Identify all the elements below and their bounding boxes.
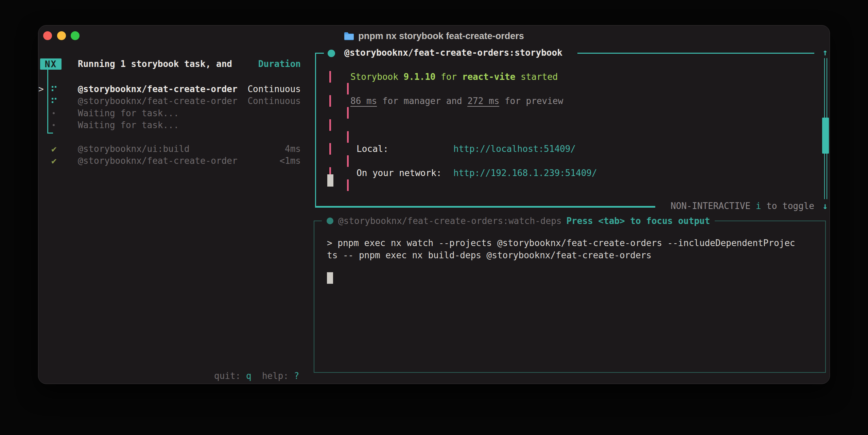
waiting-dot-icon xyxy=(53,124,55,126)
spinner-icon xyxy=(51,85,57,93)
focus-output-hint: Press <tab> to focus output xyxy=(566,215,710,227)
completed-task-row[interactable]: ✔ @storybooknx/ui:build 4ms xyxy=(38,143,301,155)
storybook-panel-border xyxy=(315,53,324,54)
tasklist-header: Running 1 storybook task, and Duration xyxy=(38,58,301,70)
pipe-glyph xyxy=(347,83,349,94)
storybook-builder: react-vite xyxy=(462,72,516,82)
selection-cursor: > xyxy=(38,83,44,95)
local-label: Local: xyxy=(357,143,388,155)
watch-command-line: ts -- pnpm exec nx build-deps @storybook… xyxy=(327,249,652,261)
task-duration: 4ms xyxy=(285,143,301,155)
quit-key: q xyxy=(246,371,251,381)
help-key: ? xyxy=(294,371,299,381)
titlebar: pnpm nx storybook feat-create-orders xyxy=(38,30,830,42)
task-duration: <1ms xyxy=(279,155,301,167)
check-icon: ✔ xyxy=(51,155,61,167)
pipe-glyph xyxy=(329,119,331,131)
manager-time: 86 ms xyxy=(350,96,377,107)
network-url-link[interactable]: http://192.168.1.239:51409/ xyxy=(453,167,597,179)
task-status-dot-icon xyxy=(327,218,333,224)
block-cursor xyxy=(327,272,333,284)
network-label: On your network: xyxy=(357,167,441,179)
task-status-dot-icon xyxy=(328,50,335,57)
watch-deps-panel-title: @storybooknx/feat-create-orders:watch-de… xyxy=(338,215,561,227)
task-row[interactable]: Waiting for task... xyxy=(38,119,301,131)
scroll-down-arrow-icon[interactable]: ↓ xyxy=(819,200,831,212)
pipe-glyph xyxy=(347,107,349,119)
pipe-glyph xyxy=(329,71,331,83)
preview-time: 272 ms xyxy=(467,96,499,107)
task-row[interactable]: > @storybooknx/feat-create-order Continu… xyxy=(38,83,301,95)
task-row[interactable]: @storybooknx/feat-create-order Continuou… xyxy=(38,95,301,107)
watch-command-line: > pnpm exec nx watch --projects @storybo… xyxy=(327,237,795,249)
storybook-panel-title: @storybooknx/feat-create-orders:storyboo… xyxy=(344,47,562,59)
duration-column-header: Duration xyxy=(258,58,301,70)
pipe-glyph xyxy=(347,131,349,143)
pipe-glyph xyxy=(347,155,349,167)
pipe-glyph xyxy=(329,95,331,107)
storybook-version: 9.1.10 xyxy=(404,72,436,82)
folder-icon xyxy=(344,32,354,40)
watch-deps-panel-header: @storybooknx/feat-create-orders:watch-de… xyxy=(322,214,715,227)
spinner-icon xyxy=(51,97,57,105)
waiting-dot-icon xyxy=(53,112,55,114)
toggle-key: i xyxy=(756,201,761,211)
scrollbar-thumb[interactable] xyxy=(822,118,829,154)
pipe-glyph xyxy=(329,143,331,155)
block-cursor xyxy=(327,174,333,187)
storybook-started-line: Storybook 9.1.10 for react-vite started xyxy=(350,71,558,83)
local-url-link[interactable]: http://localhost:51409/ xyxy=(453,143,576,155)
storybook-perf-line: 86 ms for manager and 272 ms for preview xyxy=(350,95,563,107)
storybook-panel-border xyxy=(315,53,316,208)
pipe-glyph xyxy=(347,179,349,191)
scroll-up-arrow-icon[interactable]: ↑ xyxy=(819,46,831,58)
storybook-panel-border xyxy=(577,53,814,54)
task-row[interactable]: Waiting for task... xyxy=(38,107,301,119)
window-title: pnpm nx storybook feat-create-orders xyxy=(358,30,524,42)
non-interactive-hint: NON-INTERACTIVE i to toggle xyxy=(548,200,814,212)
completed-task-row[interactable]: ✔ @storybooknx/feat-create-order <1ms xyxy=(38,155,301,167)
keyboard-hints: quit: q help: ? xyxy=(214,370,299,382)
check-icon: ✔ xyxy=(51,143,61,155)
tasklist-header-text: Running 1 storybook task, and xyxy=(78,58,232,70)
terminal-window: pnpm nx storybook feat-create-orders NX … xyxy=(38,25,830,384)
